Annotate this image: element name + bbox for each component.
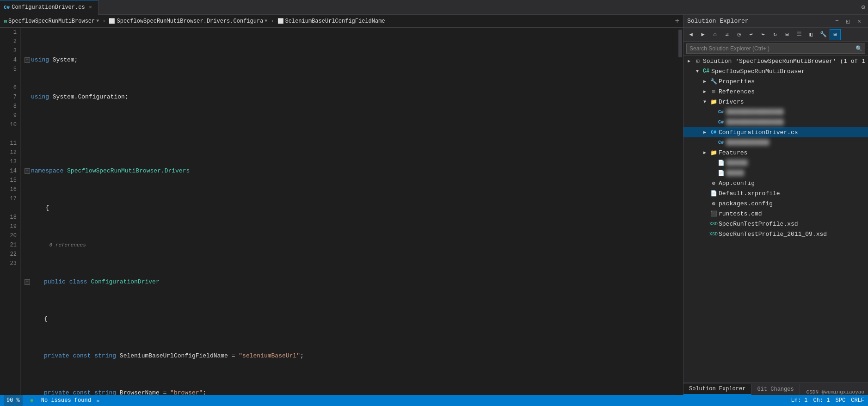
active-tab[interactable]: C# ConfigurationDriver.cs × [0, 0, 98, 15]
tree-runtests[interactable]: ⬛ runtests.cmd [683, 209, 868, 219]
tree-drivers[interactable]: ▼ 📁 Drivers [683, 97, 868, 107]
tab-solution-explorer[interactable]: Solution Explorer [683, 384, 751, 395]
tree-app-config[interactable]: ⚙ App.config [683, 178, 868, 188]
tab-close-button[interactable]: × [87, 4, 94, 11]
breadcrumb-dropdown-icon: ▼ [96, 18, 99, 24]
code-content[interactable]: − using System; using System.Configurati… [21, 28, 677, 395]
solution-expand-icon: ▶ [685, 57, 693, 65]
ln12: 12 [4, 148, 17, 157]
blur3-label: ████████████ [726, 139, 770, 146]
ln9: 9 [4, 111, 17, 120]
se-redo-button[interactable]: ↪ [757, 29, 769, 40]
appconfig-chevron [701, 179, 708, 187]
solution-label: Solution 'SpecflowSpecRunMutiBrowser' (1… [703, 58, 868, 65]
tree-features-blur1[interactable]: 📄 ██████ [683, 158, 868, 168]
breadcrumb-class[interactable]: ⬜ SpecflowSpecRunMutiBrowser.Drivers.Con… [106, 17, 270, 26]
code-line-6: − public class ConfigurationDriver [25, 277, 677, 287]
se-back-button[interactable]: ◀ [685, 29, 696, 40]
tree-solution-root[interactable]: ▶ ⊡ Solution 'SpecflowSpecRunMutiBrowser… [683, 56, 868, 66]
editor-container: ▤ SpecflowSpecRunMutiBrowser ▼ › ⬜ Specf… [0, 15, 683, 395]
collapse-6[interactable]: − [25, 279, 30, 285]
properties-label: Properties [719, 78, 755, 85]
tree-features-blur2[interactable]: 📄 █████ [683, 168, 868, 178]
drivers-folder-icon: 📁 [709, 98, 718, 106]
se-home-button[interactable]: ⌂ [709, 29, 720, 40]
se-toolbar: ◀ ▶ ⌂ ⇄ ◷ ↩ ↪ ↻ ⊟ ☰ ◧ 🔧 ⊞ [683, 28, 868, 42]
tree-srprofile[interactable]: 📄 Default.srprofile [683, 188, 868, 198]
collapse-4[interactable]: − [25, 168, 30, 174]
code-line-2: using System.Configuration; [25, 92, 677, 102]
tree-xsd2[interactable]: XSD SpecRunTestProfile_2011_09.xsd [683, 229, 868, 239]
blur1-icon: C# [717, 108, 725, 116]
solution-icon: ⊡ [694, 57, 702, 65]
add-breadcrumb-button[interactable]: + [673, 17, 681, 25]
code-editor[interactable]: 1 2 3 4 5 6 7 8 9 10 11 12 13 14 15 16 1… [0, 28, 683, 395]
srprofile-label: Default.srprofile [719, 190, 780, 197]
ln19: 19 [4, 222, 17, 231]
code-line-9: private const string BrowserName = "brow… [25, 388, 677, 395]
ln13: 13 [4, 157, 17, 166]
main-area: ▤ SpecflowSpecRunMutiBrowser ▼ › ⬜ Specf… [0, 15, 868, 395]
se-settings-button[interactable]: 🔧 [818, 29, 829, 40]
properties-expand-icon: ▶ [701, 78, 708, 85]
blur1-label: ████████████████ [726, 109, 784, 116]
collapse-1[interactable]: − [25, 57, 30, 63]
tree-properties[interactable]: ▶ 🔧 Properties [683, 76, 868, 86]
configdriver-chevron: ▶ [701, 129, 708, 136]
breadcrumb-sep2: › [271, 18, 274, 25]
features-label: Features [719, 149, 747, 156]
tree-driver-blur2[interactable]: C# ████████████████ [683, 117, 868, 127]
tree-driver-blur1[interactable]: C# ████████████████ [683, 107, 868, 117]
editor-scrollbar[interactable] [677, 28, 683, 395]
tree-features[interactable]: ▶ 📁 Features [683, 148, 868, 158]
cs-file-icon: C# [709, 128, 718, 136]
se-close-button[interactable]: ✕ [854, 16, 864, 26]
tree-driver-blur3[interactable]: C# ████████████ [683, 137, 868, 148]
blur2-label: ████████████████ [726, 119, 784, 126]
se-float-button[interactable]: ◱ [843, 16, 853, 26]
tree-references[interactable]: ▶ ⊞ References [683, 86, 868, 97]
tree-project[interactable]: ▼ C# SpecflowSpecRunMutiBrowser [683, 66, 868, 76]
tab-title: ConfigurationDriver.cs [12, 4, 85, 11]
ln22: 22 [4, 250, 17, 259]
se-properties-button[interactable]: ⊞ [830, 29, 841, 40]
tab-gear-button[interactable]: ⚙ [859, 3, 868, 11]
features-expand-icon: ▶ [701, 149, 708, 156]
se-undo-button[interactable]: ↩ [745, 29, 757, 40]
class-icon: ⬜ [109, 18, 115, 24]
se-search-input[interactable] [686, 43, 865, 54]
se-sync-button[interactable]: ⇄ [721, 29, 733, 40]
references-label: References [719, 88, 755, 95]
status-spc: SPC [836, 397, 846, 404]
breadcrumb-ns-label: SpecflowSpecRunMutiBrowser [8, 18, 95, 25]
se-tree[interactable]: ▶ ⊡ Solution 'SpecflowSpecRunMutiBrowser… [683, 56, 868, 382]
se-header-icons: − ◱ ✕ [832, 16, 864, 26]
se-show-all-button[interactable]: ◧ [806, 29, 817, 40]
references-icon: ⊞ [709, 87, 718, 96]
breadcrumb-class-label: SpecflowSpecRunMutiBrowser.Drivers.Confi… [117, 18, 263, 25]
ln17: 17 [4, 194, 17, 203]
blur3-chevron [708, 139, 716, 146]
se-filter-button[interactable]: ◷ [733, 29, 745, 40]
pencil-icon: ✏ [97, 397, 100, 404]
breadcrumb-field[interactable]: ⬜ SeleniumBaseUrlConfigFieldName [275, 17, 388, 26]
tree-xsd1[interactable]: XSD SpecRunTestProfile.xsd [683, 219, 868, 229]
tree-config-driver[interactable]: ▶ C# ConfigurationDriver.cs [683, 127, 868, 137]
breadcrumb-class-dropdown-icon: ▼ [265, 18, 267, 24]
se-view-button[interactable]: ☰ [794, 29, 805, 40]
references-expand-icon: ▶ [701, 88, 708, 95]
tree-packages[interactable]: ⚙ packages.config [683, 198, 868, 209]
solution-explorer-panel: Solution Explorer − ◱ ✕ ◀ ▶ ⌂ ⇄ ◷ ↩ ↪ ↻ … [683, 15, 868, 395]
se-refresh-button[interactable]: ↻ [770, 29, 781, 40]
fblur1-icon: 📄 [717, 159, 725, 167]
breadcrumb-namespace[interactable]: ▤ SpecflowSpecRunMutiBrowser ▼ [2, 17, 101, 26]
tab-git-changes[interactable]: Git Changes [751, 384, 800, 395]
se-pin-button[interactable]: − [832, 16, 842, 26]
se-collapse-all-button[interactable]: ⊟ [782, 29, 793, 40]
tab-bar: C# ConfigurationDriver.cs × ⚙ [0, 0, 868, 15]
se-forward-button[interactable]: ▶ [697, 29, 708, 40]
scrollbar-thumb [678, 30, 682, 57]
health-icon: ● [28, 397, 36, 404]
se-search-area: 🔍 [683, 42, 868, 56]
zoom-selector[interactable]: 90 % [4, 395, 23, 406]
